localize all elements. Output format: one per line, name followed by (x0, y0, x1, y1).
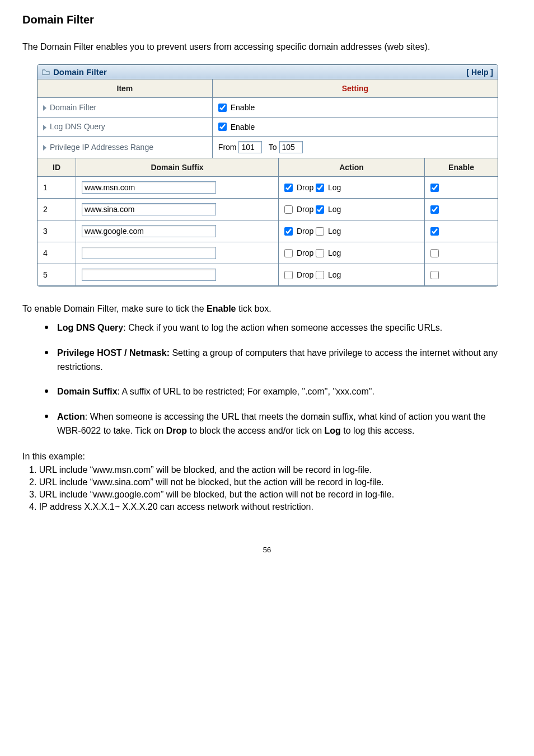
cell-suffix (76, 242, 279, 264)
suffix-input[interactable] (82, 225, 216, 237)
row-log-dns-label: Log DNS Query (38, 117, 212, 136)
cell-suffix (76, 176, 279, 198)
table-row: 1 Drop Log (38, 176, 498, 198)
log-checkbox[interactable] (316, 227, 324, 236)
panel-header: Domain Filter [ Help ] (38, 65, 498, 79)
drop-checkbox[interactable] (284, 184, 293, 192)
enable-checkbox[interactable] (430, 227, 439, 236)
folder-icon (42, 69, 50, 76)
list-item: Domain Suffix: A suffix of URL to be res… (41, 385, 512, 399)
table-row: 4 Drop Log (38, 242, 498, 264)
cell-enable (425, 176, 498, 198)
cell-action: Drop Log (279, 220, 425, 242)
col-action-header: Action (279, 158, 425, 177)
help-link[interactable]: [ Help ] (467, 68, 493, 77)
domain-filter-enable-checkbox[interactable] (218, 104, 227, 112)
cell-enable (425, 220, 498, 242)
table-row: 5 Drop Log (38, 264, 498, 285)
list-item: Privilege HOST / Netmask: Setting a grou… (41, 346, 512, 374)
example-block: In this example: 1. URL include “www.msn… (22, 452, 512, 512)
enable-checkbox[interactable] (430, 271, 439, 279)
log-checkbox[interactable] (316, 205, 324, 214)
log-label: Log (328, 248, 341, 257)
log-dns-enable-checkbox[interactable] (218, 123, 227, 131)
list-item: Action: When someone is accessing the UR… (41, 410, 512, 438)
log-label: Log (328, 270, 341, 279)
table-row: 2 Drop Log (38, 198, 498, 220)
log-checkbox[interactable] (316, 271, 324, 279)
drop-checkbox[interactable] (284, 271, 293, 279)
cell-id: 3 (38, 220, 76, 242)
col-id-header: ID (38, 158, 76, 177)
list-item: Log DNS Query: Check if you want to log … (41, 321, 512, 335)
log-label: Log (328, 183, 341, 192)
ip-to-label: To (269, 143, 277, 152)
cell-action: Drop Log (279, 176, 425, 198)
drop-checkbox[interactable] (284, 227, 293, 236)
log-checkbox[interactable] (316, 184, 324, 192)
row-domain-filter-label: Domain Filter (38, 98, 212, 117)
enable-checkbox[interactable] (430, 184, 439, 192)
ip-from-input[interactable] (238, 141, 262, 153)
enable-checkbox[interactable] (430, 205, 439, 214)
suffix-input[interactable] (82, 247, 216, 259)
col-item-header: Item (38, 79, 212, 98)
domain-filter-panel: Domain Filter [ Help ] Item Setting Doma… (37, 64, 498, 287)
cell-action: Drop Log (279, 198, 425, 220)
cell-enable (425, 242, 498, 264)
domain-filter-enable-label: Enable (231, 104, 255, 112)
cell-id: 1 (38, 176, 76, 198)
cell-enable (425, 264, 498, 285)
col-enable-header: Enable (425, 158, 498, 177)
cell-enable (425, 198, 498, 220)
cell-suffix (76, 220, 279, 242)
example-line: 3. URL include “www.google.com” will be … (22, 490, 512, 500)
arrow-icon (43, 105, 46, 111)
panel-title-text: Domain Filter (53, 67, 107, 77)
cell-id: 5 (38, 264, 76, 285)
page-number: 56 (22, 546, 512, 554)
cell-action: Drop Log (279, 264, 425, 285)
example-line: 1. URL include “www.msn.com” will be blo… (22, 465, 512, 475)
drop-label: Drop (297, 270, 313, 279)
log-dns-enable-label: Enable (231, 123, 255, 132)
example-title: In this example: (22, 452, 512, 462)
drop-label: Drop (297, 205, 313, 214)
drop-checkbox[interactable] (284, 205, 293, 214)
drop-checkbox[interactable] (284, 249, 293, 257)
cell-id: 4 (38, 242, 76, 264)
cell-id: 2 (38, 198, 76, 220)
ip-to-input[interactable] (279, 141, 303, 153)
log-label: Log (328, 205, 341, 214)
row-ip-range-label: Privilege IP Addresses Range (38, 136, 212, 158)
cell-action: Drop Log (279, 242, 425, 264)
cell-suffix (76, 264, 279, 285)
drop-label: Drop (297, 248, 313, 257)
arrow-icon (43, 125, 46, 130)
cell-suffix (76, 198, 279, 220)
description-list: Log DNS Query: Check if you want to log … (22, 321, 512, 438)
intro-paragraph: The Domain Filter enables you to prevent… (22, 41, 512, 53)
col-suffix-header: Domain Suffix (76, 158, 279, 177)
note-line: To enable Domain Filter, make sure to ti… (22, 302, 512, 316)
enable-checkbox[interactable] (430, 249, 439, 257)
suffix-input[interactable] (82, 203, 216, 215)
log-checkbox[interactable] (316, 249, 324, 257)
suffix-input[interactable] (82, 269, 216, 281)
drop-label: Drop (297, 183, 313, 192)
table-row: 3 Drop Log (38, 220, 498, 242)
suffix-input[interactable] (82, 181, 216, 194)
col-setting-header: Setting (212, 79, 498, 98)
arrow-icon (43, 145, 46, 151)
drop-label: Drop (297, 227, 313, 236)
example-line: 4. IP address X.X.X.1~ X.X.X.20 can acce… (22, 502, 512, 512)
ip-from-label: From (218, 143, 237, 152)
example-line: 2. URL include “www.sina.com” will not b… (22, 477, 512, 487)
log-label: Log (328, 227, 341, 236)
page-title: Domain Filter (22, 13, 512, 26)
